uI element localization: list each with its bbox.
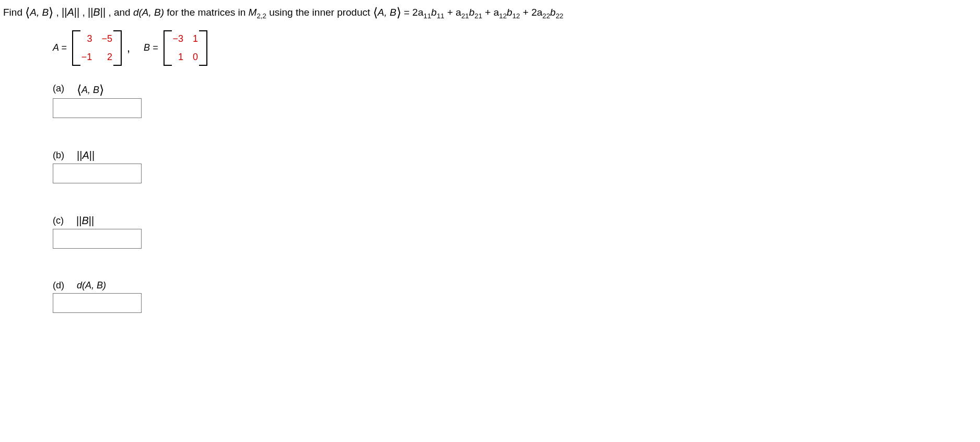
part-d-letter: (d) <box>53 280 64 291</box>
part-b-label: ||A|| <box>77 149 95 161</box>
space-sub: 2,2 <box>256 12 266 20</box>
prompt-text: Find <box>3 7 25 18</box>
answer-input-d[interactable] <box>53 293 142 313</box>
answer-input-b[interactable] <box>53 164 142 183</box>
space-m: M <box>249 7 257 18</box>
part-a-label: ⟨A, B⟩ <box>77 82 104 96</box>
part-b-letter: (b) <box>53 150 64 161</box>
part-a: (a) ⟨A, B⟩ <box>53 82 977 118</box>
b-r2c2: 0 <box>193 52 198 63</box>
angle-close-2: ⟩ <box>396 6 401 19</box>
answer-input-a[interactable] <box>53 98 142 118</box>
a-equals: A = <box>53 42 68 53</box>
angle-open-2: ⟨ <box>373 6 378 19</box>
b-r2c1: 1 <box>173 52 184 63</box>
a-r2c2: 2 <box>101 52 112 63</box>
part-d: (d) d(A, B) <box>53 280 977 313</box>
part-c: (c) ||B|| <box>53 215 977 249</box>
matrix-a: 3 −5 −1 2 <box>72 30 122 66</box>
part-a-letter: (a) <box>53 83 64 94</box>
question-prompt: Find ⟨A, B⟩ , ||A|| , ||B|| , and d(A, B… <box>3 4 977 20</box>
equals-text: = 2a11b11 + a21b21 + a12b12 + 2a22b22 <box>404 7 563 18</box>
matrix-b: −3 1 1 0 <box>164 30 208 66</box>
part-b: (b) ||A|| <box>53 149 977 183</box>
angle-close: ⟩ <box>49 6 53 19</box>
a-r1c2: −5 <box>101 33 112 44</box>
comma: , <box>126 41 139 55</box>
part-c-letter: (c) <box>53 215 64 226</box>
ab-inner: A, B <box>30 7 49 18</box>
mid-text: for the matrices in <box>167 7 248 18</box>
using-text: using the inner product <box>269 7 373 18</box>
b-r1c1: −3 <box>173 33 184 44</box>
sep: , and <box>108 7 133 18</box>
angle-open: ⟨ <box>25 6 30 19</box>
sep: , <box>82 7 88 18</box>
sep: , <box>56 7 62 18</box>
norm-a: ||A|| <box>62 6 79 18</box>
part-d-label: d(A, B) <box>77 280 106 291</box>
b-r1c2: 1 <box>193 33 198 44</box>
part-c-label: ||B|| <box>76 215 94 227</box>
dab: d(A, B) <box>133 7 164 18</box>
b-equals: B = <box>144 42 159 53</box>
answer-input-c[interactable] <box>53 229 142 249</box>
a-r1c1: 3 <box>81 33 92 44</box>
matrices-definition: A = 3 −5 −1 2 , B = −3 1 1 0 <box>53 30 977 66</box>
a-r2c1: −1 <box>81 52 92 63</box>
rhs-inner: A, B <box>378 7 396 18</box>
norm-b: ||B|| <box>88 6 106 18</box>
